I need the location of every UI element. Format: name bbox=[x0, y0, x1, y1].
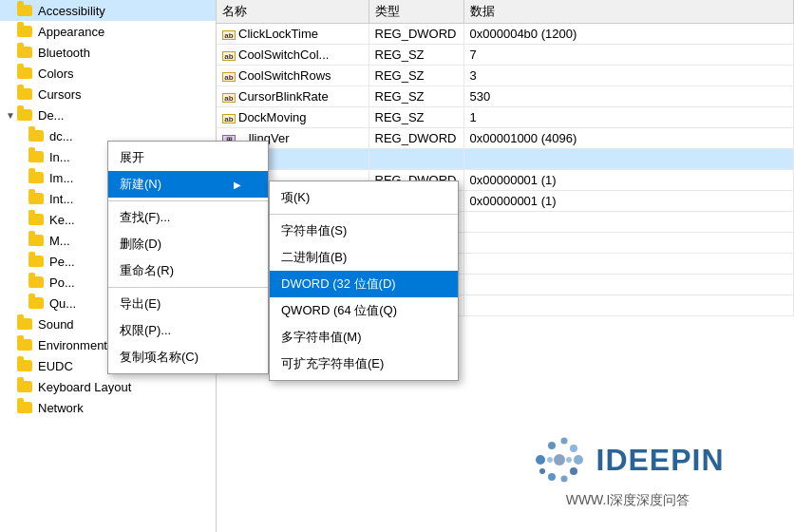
ab-icon: ab bbox=[222, 114, 236, 124]
tree-item[interactable]: Cursors bbox=[0, 84, 216, 104]
folder-icon bbox=[17, 66, 34, 81]
folder-icon bbox=[28, 170, 46, 185]
tree-label: Ke... bbox=[49, 213, 75, 227]
submenu-new[interactable]: 项(K)字符串值(S)二进制值(B)DWORD (32 位值(D)QWORD (… bbox=[269, 180, 459, 381]
context-menu-item[interactable]: 导出(E) bbox=[108, 291, 268, 317]
menu-item-label: 权限(P)... bbox=[120, 322, 171, 339]
tree-item[interactable]: Network bbox=[0, 397, 216, 418]
submenu-item[interactable]: 字符串值(S) bbox=[270, 218, 458, 244]
tree-label: Colors bbox=[38, 66, 74, 81]
submenu-item[interactable]: 可扩充字符串值(E) bbox=[270, 351, 458, 377]
svg-point-4 bbox=[574, 455, 583, 465]
context-menu[interactable]: 展开新建(N)▶查找(F)...删除(D)重命名(R)导出(E)权限(P)...… bbox=[107, 141, 269, 374]
value-type-cell: REG_SZ bbox=[369, 86, 463, 107]
folder-icon bbox=[28, 275, 46, 290]
tree-item[interactable]: Appearance bbox=[0, 21, 216, 42]
watermark: IDEEPIN WWW.I深度深度问答 bbox=[462, 408, 794, 532]
svg-point-3 bbox=[570, 445, 577, 452]
value-data-cell: 0x00000001 (1) bbox=[463, 170, 794, 191]
context-menu-item[interactable]: 查找(F)... bbox=[108, 204, 268, 231]
submenu-item-label: 字符串值(S) bbox=[281, 222, 347, 239]
tree-item[interactable]: Colors bbox=[0, 63, 216, 84]
context-menu-item[interactable]: 重命名(R) bbox=[108, 257, 268, 284]
value-data-cell: 530 bbox=[463, 86, 794, 107]
table-row[interactable]: abCoolSwitchCol...REG_SZ7 bbox=[217, 45, 794, 66]
table-row[interactable]: ⊞...llingVerREG_DWORD0x00001000 (4096) bbox=[217, 128, 794, 149]
watermark-dots-icon bbox=[531, 431, 588, 488]
svg-point-6 bbox=[561, 476, 568, 483]
tree-label: EUDC bbox=[38, 359, 73, 373]
tree-label: De... bbox=[38, 108, 64, 123]
tree-label: Appearance bbox=[38, 25, 104, 39]
value-data-cell: 3 bbox=[463, 66, 794, 86]
col-header-data: 数据 bbox=[463, 0, 794, 24]
value-data-cell bbox=[463, 149, 794, 170]
menu-item-label: 新建(N) bbox=[120, 176, 161, 193]
svg-point-7 bbox=[548, 473, 556, 481]
menu-item-label: 重命名(R) bbox=[120, 262, 174, 279]
value-type-cell: REG_DWORD bbox=[369, 128, 463, 149]
tree-item[interactable]: Keyboard Layout bbox=[0, 376, 216, 397]
context-menu-item[interactable]: 复制项名称(C) bbox=[108, 344, 268, 370]
submenu-item[interactable]: DWORD (32 位值(D) bbox=[270, 271, 458, 297]
tree-item[interactable]: Bluetooth bbox=[0, 42, 216, 63]
tree-label: Accessibility bbox=[38, 4, 105, 18]
table-row[interactable]: abDockMovingREG_SZ1 bbox=[217, 107, 794, 128]
ab-icon: ab bbox=[222, 30, 236, 40]
tree-label: Sound bbox=[38, 317, 74, 332]
table-row[interactable]: abCoolSwitchRowsREG_SZ3 bbox=[217, 66, 794, 86]
submenu-arrow-icon: ▶ bbox=[234, 180, 241, 190]
folder-icon bbox=[17, 3, 34, 18]
submenu-item[interactable]: 项(K) bbox=[270, 184, 458, 211]
menu-item-label: 删除(D) bbox=[120, 236, 161, 253]
submenu-item[interactable]: QWORD (64 位值(Q) bbox=[270, 297, 458, 324]
value-name-cell: abDockMoving bbox=[217, 107, 369, 128]
folder-icon bbox=[28, 212, 46, 227]
context-menu-item[interactable]: 权限(P)... bbox=[108, 317, 268, 344]
folder-icon bbox=[28, 233, 46, 248]
folder-icon bbox=[17, 107, 34, 123]
submenu-item-label: 项(K) bbox=[281, 189, 310, 206]
folder-icon bbox=[17, 45, 34, 60]
value-name-cell: abCoolSwitchRows bbox=[217, 66, 369, 86]
value-data-cell bbox=[463, 233, 794, 254]
context-menu-item[interactable]: 展开 bbox=[108, 144, 268, 171]
menu-item-label: 导出(E) bbox=[120, 295, 161, 313]
svg-point-8 bbox=[539, 468, 545, 474]
folder-icon bbox=[28, 295, 46, 311]
svg-point-10 bbox=[547, 457, 553, 463]
submenu-item-label: 二进制值(B) bbox=[281, 249, 347, 266]
table-row[interactable]: abCursorBlinkRateREG_SZ530 bbox=[217, 86, 794, 107]
watermark-url: WWW.I深度深度问答 bbox=[566, 492, 690, 509]
svg-point-5 bbox=[570, 467, 577, 475]
tree-label: M... bbox=[49, 234, 70, 248]
menu-item-label: 查找(F)... bbox=[120, 209, 170, 226]
ab-icon: ab bbox=[222, 51, 236, 61]
watermark-brand: IDEEPIN bbox=[596, 443, 724, 478]
value-data-cell: 7 bbox=[463, 45, 794, 66]
value-data-cell: 0x00001000 (4096) bbox=[463, 128, 794, 149]
submenu-item[interactable]: 多字符串值(M) bbox=[270, 324, 458, 351]
submenu-item-label: 多字符串值(M) bbox=[281, 329, 362, 346]
submenu-item-label: DWORD (32 位值(D) bbox=[281, 276, 396, 293]
registry-editor: AccessibilityAppearanceBluetoothColorsCu… bbox=[0, 0, 794, 532]
tree-label: Bluetooth bbox=[38, 46, 90, 60]
tree-expand-icon[interactable]: ▼ bbox=[4, 110, 17, 121]
submenu-item[interactable]: 二进制值(B) bbox=[270, 244, 458, 271]
tree-label: dc... bbox=[49, 129, 73, 143]
table-row[interactable] bbox=[217, 149, 794, 170]
tree-item[interactable]: Accessibility bbox=[0, 0, 216, 21]
tree-label: Cursors bbox=[38, 87, 82, 102]
value-data-cell bbox=[463, 275, 794, 295]
table-row[interactable]: abClickLockTimeREG_DWORD0x000004b0 (1200… bbox=[217, 24, 794, 45]
folder-icon bbox=[28, 254, 46, 269]
value-type-cell: REG_DWORD bbox=[369, 24, 463, 45]
folder-icon bbox=[28, 128, 46, 143]
context-menu-item[interactable]: 新建(N)▶ bbox=[108, 171, 268, 198]
folder-icon bbox=[17, 358, 34, 373]
value-data-cell: 0x00000001 (1) bbox=[463, 191, 794, 212]
svg-point-0 bbox=[536, 455, 545, 465]
tree-label: Int... bbox=[49, 192, 73, 206]
context-menu-item[interactable]: 删除(D) bbox=[108, 231, 268, 257]
tree-item[interactable]: ▼De... bbox=[0, 104, 216, 125]
